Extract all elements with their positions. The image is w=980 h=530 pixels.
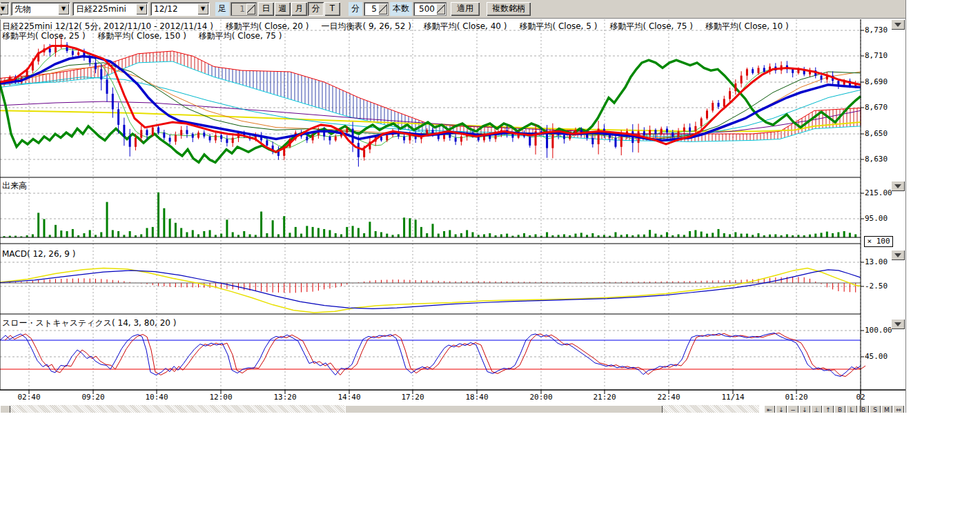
legend-symbol: 日経225mini 12/12( 5分, 2012/11/10 - 2012/1… [2,21,213,31]
legend-ichimoku: 一目均衡表( 9, 26, 52 ) [321,21,411,31]
volume-multiplier-badge: × 100 [864,236,893,247]
stoch-pane-dropdown-button[interactable] [891,319,905,329]
legend-ma5: 移動平均( Close, 5 ) [519,21,597,31]
volume-pane-title: 出来高 [2,180,27,192]
legend-ma10: 移動平均( Close, 10 ) [705,21,789,31]
macd-pane-dropdown-button[interactable] [891,250,905,260]
stoch-pane-title: スロー・ストキャスティクス( 14, 3, 80, 20 ) [2,317,176,329]
legend-ma75: 移動平均( Close, 75 ) [609,21,693,31]
price-pane-dropdown-button[interactable] [891,19,905,30]
macd-pane-title: MACD( 12, 26, 9 ) [2,249,75,259]
legend-ma40: 移動平均( Close, 40 ) [424,21,507,31]
volume-pane-dropdown-button[interactable] [891,181,905,191]
chart-canvas [0,0,906,413]
legend-row-2: 移動平均( Close, 25 )移動平均( Close, 150 )移動平均(… [2,30,294,42]
chart-application-window: ▼ 先物▼ 日経225mini▼ 12/12▼ 足 1 日 週 月 分 T 分 … [0,0,906,413]
legend-ma150: 移動平均( Close, 150 ) [98,31,186,41]
legend-ma75b: 移動平均( Close, 75 ) [199,31,282,41]
legend-ma25: 移動平均( Close, 25 ) [2,31,86,41]
legend-ma20: 移動平均( Close, 20 ) [226,21,309,31]
